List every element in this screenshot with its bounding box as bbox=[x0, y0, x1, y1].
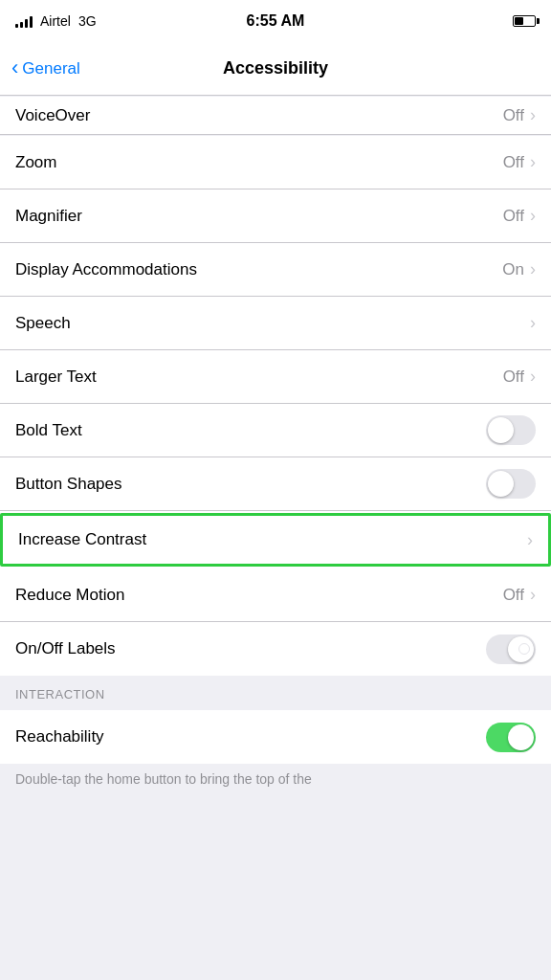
zoom-row[interactable]: ZoomOff› bbox=[0, 136, 551, 189]
voiceover-chevron-icon: › bbox=[530, 105, 536, 125]
increase-contrast-label: Increase Contrast bbox=[18, 530, 146, 549]
display-accommodations-label: Display Accommodations bbox=[15, 260, 197, 279]
speech-right: › bbox=[530, 313, 536, 333]
page-title: Accessibility bbox=[223, 58, 328, 78]
speech-label: Speech bbox=[15, 314, 71, 333]
bold-text-row[interactable]: Bold Text bbox=[0, 404, 551, 457]
interaction-header: INTERACTION bbox=[0, 676, 551, 709]
speech-chevron-icon: › bbox=[530, 313, 536, 333]
interaction-section: INTERACTION Reachability Double-tap the … bbox=[0, 676, 551, 802]
reduce-motion-chevron-icon: › bbox=[530, 585, 536, 605]
magnifier-chevron-icon: › bbox=[530, 206, 536, 226]
reachability-label: Reachability bbox=[15, 727, 104, 746]
reachability-footer: Double-tap the home button to bring the … bbox=[0, 764, 551, 802]
onoff-labels-row[interactable]: On/Off Labels bbox=[0, 622, 551, 676]
reduce-motion-right: Off› bbox=[503, 585, 536, 605]
status-left: Airtel 3G bbox=[15, 13, 97, 29]
nav-bar: ‹ General Accessibility bbox=[0, 42, 551, 96]
zoom-chevron-icon: › bbox=[530, 152, 536, 172]
magnifier-row[interactable]: MagnifierOff› bbox=[0, 189, 551, 243]
magnifier-label: Magnifier bbox=[15, 207, 82, 226]
voiceover-value: Off bbox=[503, 106, 524, 125]
voiceover-right: Off › bbox=[503, 105, 536, 125]
network-label: 3G bbox=[78, 13, 97, 29]
zoom-label: Zoom bbox=[15, 153, 56, 172]
bold-text-label: Bold Text bbox=[15, 421, 82, 440]
reachability-row[interactable]: Reachability bbox=[0, 710, 551, 764]
status-right bbox=[513, 15, 536, 27]
larger-text-label: Larger Text bbox=[15, 368, 97, 387]
display-accommodations-value: On bbox=[502, 260, 524, 279]
zoom-right: Off› bbox=[503, 152, 536, 172]
display-accommodations-row[interactable]: Display AccommodationsOn› bbox=[0, 243, 551, 297]
bold-text-toggle[interactable] bbox=[486, 415, 536, 445]
interaction-list: Reachability bbox=[0, 710, 551, 764]
voiceover-row[interactable]: VoiceOver Off › bbox=[0, 97, 551, 135]
time-label: 6:55 AM bbox=[247, 12, 305, 30]
increase-contrast-row[interactable]: Increase Contrast› bbox=[0, 513, 551, 567]
battery-icon bbox=[513, 15, 536, 27]
reduce-motion-value: Off bbox=[503, 586, 524, 605]
reduce-motion-label: Reduce Motion bbox=[15, 586, 124, 605]
back-button[interactable]: ‹ General bbox=[11, 58, 80, 78]
larger-text-right: Off› bbox=[503, 367, 536, 387]
bold-text-right bbox=[486, 415, 536, 445]
reachability-right bbox=[486, 723, 536, 752]
button-shapes-toggle[interactable] bbox=[486, 469, 536, 499]
speech-row[interactable]: Speech› bbox=[0, 297, 551, 350]
back-label: General bbox=[22, 59, 79, 78]
larger-text-value: Off bbox=[503, 368, 524, 387]
carrier-label: Airtel bbox=[40, 13, 71, 29]
voiceover-label: VoiceOver bbox=[15, 106, 90, 125]
onoff-labels-right bbox=[486, 635, 536, 664]
signal-icon bbox=[15, 14, 33, 28]
status-bar: Airtel 3G 6:55 AM bbox=[0, 0, 551, 42]
back-chevron-icon: ‹ bbox=[11, 57, 18, 78]
reduce-motion-row[interactable]: Reduce MotionOff› bbox=[0, 568, 551, 622]
zoom-value: Off bbox=[503, 153, 524, 172]
increase-contrast-chevron-icon: › bbox=[527, 530, 533, 550]
display-accommodations-chevron-icon: › bbox=[530, 259, 536, 279]
magnifier-value: Off bbox=[503, 207, 524, 226]
increase-contrast-right: › bbox=[527, 530, 533, 550]
larger-text-chevron-icon: › bbox=[530, 367, 536, 387]
voiceover-section: VoiceOver Off › bbox=[0, 97, 551, 135]
onoff-labels-toggle[interactable] bbox=[486, 635, 536, 664]
magnifier-right: Off› bbox=[503, 206, 536, 226]
button-shapes-right bbox=[486, 469, 536, 499]
onoff-labels-label: On/Off Labels bbox=[15, 639, 116, 658]
button-shapes-label: Button Shapes bbox=[15, 475, 122, 494]
display-accommodations-right: On› bbox=[502, 259, 536, 279]
reachability-toggle[interactable] bbox=[486, 723, 536, 752]
button-shapes-row[interactable]: Button Shapes bbox=[0, 457, 551, 511]
larger-text-row[interactable]: Larger TextOff› bbox=[0, 350, 551, 404]
accessibility-settings-list: ZoomOff›MagnifierOff›Display Accommodati… bbox=[0, 136, 551, 676]
